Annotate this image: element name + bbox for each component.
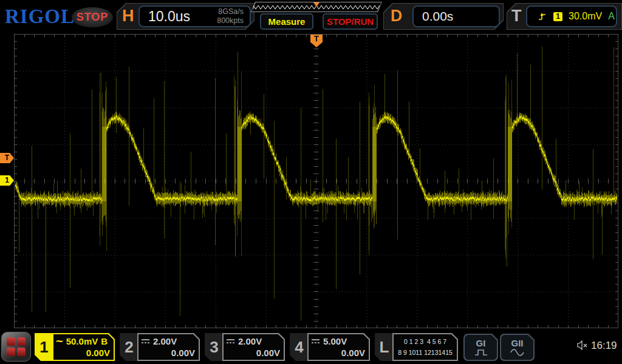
trigger-label: T bbox=[511, 7, 522, 25]
channel-1-block[interactable]: 1 ~ 50.0mV B 0.00V bbox=[35, 333, 115, 361]
sine-wave-icon bbox=[510, 349, 525, 356]
generator-2-block[interactable]: GII bbox=[500, 334, 535, 361]
speaker-muted-icon bbox=[576, 340, 589, 350]
logic-channels-row2: 8 9 1011 12131415 bbox=[395, 349, 456, 356]
channel-2-block[interactable]: 2 2.00V 0.00V bbox=[120, 333, 200, 361]
oscilloscope-screen: RIGOL STOP H 10.0us 8GSa/s 800kpts Measu… bbox=[0, 0, 622, 364]
logic-channels-row1: 0 1 2 3 4 5 6 7 bbox=[395, 338, 456, 345]
channel-1-bandwidth: B bbox=[101, 336, 108, 346]
generator-1-block[interactable]: GI bbox=[463, 334, 498, 361]
channel1-ground-marker[interactable]: 1 bbox=[0, 175, 14, 186]
menu-button[interactable] bbox=[1, 332, 31, 362]
sample-rate: 8GSa/s bbox=[217, 7, 244, 16]
menu-grid-icon bbox=[7, 337, 26, 356]
dc-coupling-icon bbox=[311, 338, 320, 345]
rigol-logo: RIGOL bbox=[5, 5, 75, 28]
trigger-position-indicator-icon bbox=[313, 2, 320, 7]
delay-value: 0.00s bbox=[422, 9, 453, 24]
waveform-canvas bbox=[14, 34, 618, 328]
channel-3-number: 3 bbox=[205, 333, 224, 361]
channel-2-offset: 0.00V bbox=[141, 348, 195, 358]
trigger-box: 1 30.0mV A bbox=[526, 5, 617, 27]
channel-4-offset: 0.00V bbox=[311, 348, 365, 358]
square-wave-icon bbox=[474, 349, 488, 356]
ac-coupling-icon: ~ bbox=[56, 338, 63, 344]
channel-4-block[interactable]: 4 5.00V 0.00V bbox=[290, 333, 370, 361]
channel-4-scale: 5.00V bbox=[323, 336, 347, 346]
trigger-level-marker[interactable]: T bbox=[0, 153, 14, 163]
rising-edge-icon bbox=[537, 12, 547, 21]
waveform-position-bar[interactable] bbox=[251, 2, 382, 12]
clock: 16:19 bbox=[591, 340, 617, 352]
channel-1-number: 1 bbox=[35, 333, 53, 361]
channel-4-number: 4 bbox=[290, 333, 309, 361]
run-status-badge: STOP bbox=[72, 7, 113, 27]
trigger-mode: A bbox=[608, 11, 615, 22]
memory-depth: 800kpts bbox=[217, 16, 244, 25]
display-grid bbox=[14, 34, 618, 328]
logic-label: L bbox=[375, 333, 394, 361]
horizontal-block[interactable]: H 10.0us 8GSa/s 800kpts bbox=[117, 3, 255, 30]
generator-2-label: GII bbox=[511, 339, 523, 349]
dc-coupling-icon bbox=[141, 338, 150, 345]
channel-1-offset: 0.00V bbox=[56, 348, 110, 358]
channel-2-scale: 2.00V bbox=[153, 336, 177, 346]
trigger-level-value: 30.0mV bbox=[569, 11, 602, 22]
timebase-box: 10.0us 8GSa/s 800kpts bbox=[138, 5, 251, 27]
measure-button[interactable]: Measure bbox=[260, 13, 313, 30]
generator-1-label: GI bbox=[476, 339, 486, 349]
stop-run-button[interactable]: STOP/RUN bbox=[323, 13, 378, 30]
timebase-value: 10.0us bbox=[148, 8, 217, 25]
dc-coupling-icon bbox=[226, 338, 235, 345]
delay-box: 0.00s bbox=[412, 5, 500, 27]
channel-1-scale: 50.0mV bbox=[66, 336, 98, 346]
channel-3-block[interactable]: 3 2.00V 0.00V bbox=[205, 333, 285, 361]
channel-3-offset: 0.00V bbox=[226, 348, 280, 358]
channel-2-number: 2 bbox=[120, 333, 138, 361]
trigger-source-badge: 1 bbox=[553, 12, 562, 21]
logic-analyzer-block[interactable]: L 0 1 2 3 4 5 6 7 8 9 1011 12131415 bbox=[375, 333, 458, 361]
channel-3-scale: 2.00V bbox=[238, 336, 262, 346]
delay-label: D bbox=[391, 7, 403, 25]
horizontal-label: H bbox=[122, 7, 134, 25]
trigger-block[interactable]: T 1 30.0mV A bbox=[507, 3, 622, 30]
delay-block[interactable]: D 0.00s bbox=[383, 3, 504, 30]
